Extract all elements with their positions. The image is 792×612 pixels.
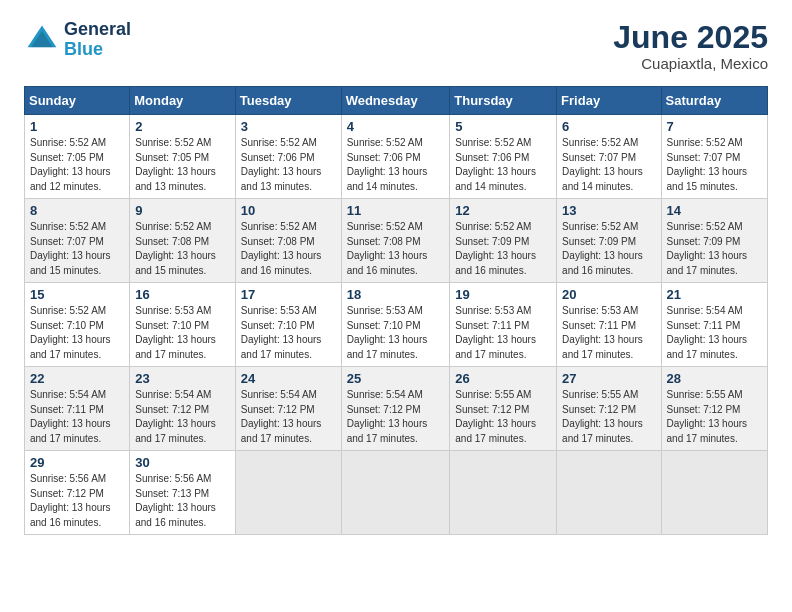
day-number: 16 (135, 287, 230, 302)
calendar-day-cell: 23Sunrise: 5:54 AMSunset: 7:12 PMDayligh… (130, 367, 236, 451)
day-number: 23 (135, 371, 230, 386)
day-info: Sunrise: 5:52 AMSunset: 7:06 PMDaylight:… (455, 136, 551, 194)
weekday-header: Friday (557, 87, 661, 115)
day-number: 9 (135, 203, 230, 218)
day-number: 12 (455, 203, 551, 218)
day-info: Sunrise: 5:52 AMSunset: 7:06 PMDaylight:… (347, 136, 445, 194)
day-number: 3 (241, 119, 336, 134)
calendar-day-cell (661, 451, 767, 535)
calendar-day-cell: 11Sunrise: 5:52 AMSunset: 7:08 PMDayligh… (341, 199, 450, 283)
day-info: Sunrise: 5:53 AMSunset: 7:10 PMDaylight:… (241, 304, 336, 362)
calendar-day-cell: 20Sunrise: 5:53 AMSunset: 7:11 PMDayligh… (557, 283, 661, 367)
day-info: Sunrise: 5:53 AMSunset: 7:11 PMDaylight:… (455, 304, 551, 362)
calendar-day-cell (450, 451, 557, 535)
day-number: 26 (455, 371, 551, 386)
calendar-day-cell: 26Sunrise: 5:55 AMSunset: 7:12 PMDayligh… (450, 367, 557, 451)
day-number: 27 (562, 371, 655, 386)
day-number: 19 (455, 287, 551, 302)
day-info: Sunrise: 5:53 AMSunset: 7:10 PMDaylight:… (135, 304, 230, 362)
calendar-day-cell: 27Sunrise: 5:55 AMSunset: 7:12 PMDayligh… (557, 367, 661, 451)
calendar-day-cell: 10Sunrise: 5:52 AMSunset: 7:08 PMDayligh… (235, 199, 341, 283)
calendar-day-cell: 29Sunrise: 5:56 AMSunset: 7:12 PMDayligh… (25, 451, 130, 535)
day-number: 13 (562, 203, 655, 218)
calendar-day-cell: 15Sunrise: 5:52 AMSunset: 7:10 PMDayligh… (25, 283, 130, 367)
month-title: June 2025 (613, 20, 768, 55)
title-block: June 2025 Cuapiaxtla, Mexico (613, 20, 768, 72)
day-number: 10 (241, 203, 336, 218)
day-number: 2 (135, 119, 230, 134)
calendar-day-cell: 2Sunrise: 5:52 AMSunset: 7:05 PMDaylight… (130, 115, 236, 199)
day-info: Sunrise: 5:54 AMSunset: 7:11 PMDaylight:… (667, 304, 762, 362)
day-number: 18 (347, 287, 445, 302)
day-info: Sunrise: 5:52 AMSunset: 7:05 PMDaylight:… (135, 136, 230, 194)
calendar-day-cell: 7Sunrise: 5:52 AMSunset: 7:07 PMDaylight… (661, 115, 767, 199)
logo: General Blue (24, 20, 131, 60)
day-info: Sunrise: 5:52 AMSunset: 7:07 PMDaylight:… (667, 136, 762, 194)
calendar-day-cell: 14Sunrise: 5:52 AMSunset: 7:09 PMDayligh… (661, 199, 767, 283)
day-number: 4 (347, 119, 445, 134)
calendar: SundayMondayTuesdayWednesdayThursdayFrid… (24, 86, 768, 535)
day-number: 21 (667, 287, 762, 302)
day-info: Sunrise: 5:56 AMSunset: 7:13 PMDaylight:… (135, 472, 230, 530)
day-number: 14 (667, 203, 762, 218)
calendar-day-cell: 24Sunrise: 5:54 AMSunset: 7:12 PMDayligh… (235, 367, 341, 451)
calendar-day-cell: 19Sunrise: 5:53 AMSunset: 7:11 PMDayligh… (450, 283, 557, 367)
day-info: Sunrise: 5:52 AMSunset: 7:08 PMDaylight:… (135, 220, 230, 278)
calendar-week-row: 8Sunrise: 5:52 AMSunset: 7:07 PMDaylight… (25, 199, 768, 283)
weekday-header: Monday (130, 87, 236, 115)
calendar-day-cell (341, 451, 450, 535)
day-info: Sunrise: 5:53 AMSunset: 7:10 PMDaylight:… (347, 304, 445, 362)
calendar-day-cell: 21Sunrise: 5:54 AMSunset: 7:11 PMDayligh… (661, 283, 767, 367)
calendar-day-cell: 9Sunrise: 5:52 AMSunset: 7:08 PMDaylight… (130, 199, 236, 283)
day-number: 25 (347, 371, 445, 386)
calendar-day-cell: 12Sunrise: 5:52 AMSunset: 7:09 PMDayligh… (450, 199, 557, 283)
page: General Blue June 2025 Cuapiaxtla, Mexic… (0, 0, 792, 612)
calendar-day-cell: 13Sunrise: 5:52 AMSunset: 7:09 PMDayligh… (557, 199, 661, 283)
day-number: 7 (667, 119, 762, 134)
day-info: Sunrise: 5:52 AMSunset: 7:09 PMDaylight:… (455, 220, 551, 278)
day-info: Sunrise: 5:54 AMSunset: 7:12 PMDaylight:… (347, 388, 445, 446)
calendar-header-row: SundayMondayTuesdayWednesdayThursdayFrid… (25, 87, 768, 115)
calendar-day-cell: 28Sunrise: 5:55 AMSunset: 7:12 PMDayligh… (661, 367, 767, 451)
day-number: 15 (30, 287, 124, 302)
day-info: Sunrise: 5:54 AMSunset: 7:12 PMDaylight:… (135, 388, 230, 446)
calendar-day-cell: 25Sunrise: 5:54 AMSunset: 7:12 PMDayligh… (341, 367, 450, 451)
calendar-week-row: 29Sunrise: 5:56 AMSunset: 7:12 PMDayligh… (25, 451, 768, 535)
header: General Blue June 2025 Cuapiaxtla, Mexic… (24, 20, 768, 72)
weekday-header: Saturday (661, 87, 767, 115)
day-info: Sunrise: 5:52 AMSunset: 7:08 PMDaylight:… (241, 220, 336, 278)
day-info: Sunrise: 5:52 AMSunset: 7:05 PMDaylight:… (30, 136, 124, 194)
weekday-header: Sunday (25, 87, 130, 115)
day-number: 6 (562, 119, 655, 134)
day-info: Sunrise: 5:53 AMSunset: 7:11 PMDaylight:… (562, 304, 655, 362)
day-info: Sunrise: 5:52 AMSunset: 7:06 PMDaylight:… (241, 136, 336, 194)
day-info: Sunrise: 5:52 AMSunset: 7:09 PMDaylight:… (562, 220, 655, 278)
calendar-day-cell: 18Sunrise: 5:53 AMSunset: 7:10 PMDayligh… (341, 283, 450, 367)
calendar-day-cell: 4Sunrise: 5:52 AMSunset: 7:06 PMDaylight… (341, 115, 450, 199)
calendar-day-cell: 1Sunrise: 5:52 AMSunset: 7:05 PMDaylight… (25, 115, 130, 199)
day-number: 24 (241, 371, 336, 386)
day-number: 30 (135, 455, 230, 470)
day-info: Sunrise: 5:56 AMSunset: 7:12 PMDaylight:… (30, 472, 124, 530)
day-number: 17 (241, 287, 336, 302)
calendar-day-cell (557, 451, 661, 535)
calendar-day-cell: 16Sunrise: 5:53 AMSunset: 7:10 PMDayligh… (130, 283, 236, 367)
calendar-day-cell: 30Sunrise: 5:56 AMSunset: 7:13 PMDayligh… (130, 451, 236, 535)
calendar-day-cell: 3Sunrise: 5:52 AMSunset: 7:06 PMDaylight… (235, 115, 341, 199)
day-number: 11 (347, 203, 445, 218)
weekday-header: Thursday (450, 87, 557, 115)
day-info: Sunrise: 5:55 AMSunset: 7:12 PMDaylight:… (455, 388, 551, 446)
day-info: Sunrise: 5:52 AMSunset: 7:07 PMDaylight:… (30, 220, 124, 278)
day-number: 8 (30, 203, 124, 218)
day-info: Sunrise: 5:52 AMSunset: 7:07 PMDaylight:… (562, 136, 655, 194)
day-number: 28 (667, 371, 762, 386)
calendar-day-cell: 6Sunrise: 5:52 AMSunset: 7:07 PMDaylight… (557, 115, 661, 199)
day-info: Sunrise: 5:52 AMSunset: 7:10 PMDaylight:… (30, 304, 124, 362)
calendar-week-row: 15Sunrise: 5:52 AMSunset: 7:10 PMDayligh… (25, 283, 768, 367)
calendar-day-cell: 17Sunrise: 5:53 AMSunset: 7:10 PMDayligh… (235, 283, 341, 367)
day-info: Sunrise: 5:54 AMSunset: 7:11 PMDaylight:… (30, 388, 124, 446)
day-number: 1 (30, 119, 124, 134)
calendar-day-cell (235, 451, 341, 535)
day-info: Sunrise: 5:55 AMSunset: 7:12 PMDaylight:… (562, 388, 655, 446)
weekday-header: Tuesday (235, 87, 341, 115)
